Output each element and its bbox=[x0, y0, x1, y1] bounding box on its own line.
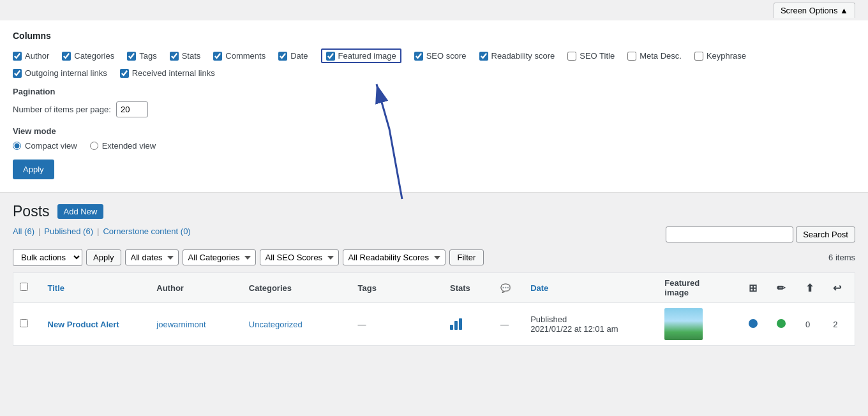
comment-icon: 💬 bbox=[500, 283, 511, 293]
date-status: Published bbox=[530, 315, 567, 324]
screen-options-button[interactable]: Screen Options ▲ bbox=[774, 3, 855, 18]
th-col4: ↩ bbox=[827, 273, 855, 303]
filter-published-link[interactable]: Published (6) bbox=[44, 227, 93, 236]
screen-options-panel: Columns Author Categories Tags Stats Com… bbox=[0, 20, 868, 193]
th-tags: Tags bbox=[352, 273, 444, 303]
seo-score-dot bbox=[749, 319, 758, 328]
col-categories-label: Categories bbox=[74, 51, 114, 61]
col-stats-label: Stats bbox=[182, 51, 201, 61]
stats-bar-3 bbox=[459, 318, 462, 330]
th-author: Author bbox=[150, 273, 243, 303]
col-stats-checkbox[interactable] bbox=[170, 52, 179, 61]
col-author-checkbox[interactable] bbox=[13, 52, 22, 61]
col-keyphrase-label: Keyphrase bbox=[707, 51, 746, 61]
col-categories-checkbox[interactable] bbox=[62, 52, 71, 61]
col-received-checkbox[interactable] bbox=[120, 69, 129, 78]
th-title[interactable]: Title bbox=[41, 273, 151, 303]
th-stats: Stats bbox=[444, 273, 494, 303]
compact-view-radio[interactable] bbox=[13, 142, 21, 150]
col-readability-checkbox[interactable] bbox=[479, 52, 488, 61]
col-received-label: Received internal links bbox=[132, 68, 215, 78]
col-comments-checkbox[interactable] bbox=[213, 52, 222, 61]
columns-row-2: Outgoing internal links Received interna… bbox=[13, 68, 855, 78]
row-count2-cell: 2 bbox=[827, 303, 855, 346]
select-all-checkbox[interactable] bbox=[20, 283, 28, 291]
filter-button[interactable]: Filter bbox=[449, 249, 484, 265]
th-date-link[interactable]: Date bbox=[530, 283, 548, 293]
col-featured-image-label: Featured image bbox=[338, 51, 396, 61]
posts-nav-row: All (6) | Published (6) | Cornerstone co… bbox=[13, 227, 855, 242]
date-filter-select[interactable]: All dates bbox=[125, 249, 179, 265]
posts-header: Posts Add New bbox=[13, 203, 855, 220]
seo-scores-filter-select[interactable]: All SEO Scores bbox=[260, 249, 339, 265]
col-keyphrase: Keyphrase bbox=[694, 51, 746, 61]
col-keyphrase-checkbox[interactable] bbox=[694, 52, 703, 61]
search-post-button[interactable]: Search Post bbox=[796, 227, 855, 242]
extended-view-label: Extended view bbox=[102, 141, 156, 151]
compact-view-label: Compact view bbox=[25, 141, 77, 151]
main-content: Posts Add New All (6) | Published (6) | … bbox=[0, 193, 868, 356]
col-tags-checkbox[interactable] bbox=[127, 52, 136, 61]
th-title-link[interactable]: Title bbox=[48, 283, 65, 293]
row-stats-cell bbox=[444, 303, 494, 346]
th-col1: ⊞ bbox=[742, 273, 771, 303]
col-seo-title-checkbox[interactable] bbox=[567, 52, 576, 61]
readability-filter-select[interactable]: All Readability Scores bbox=[343, 249, 445, 265]
col-seo-title: SEO Title bbox=[567, 51, 615, 61]
col-meta-desc-label: Meta Desc. bbox=[640, 51, 682, 61]
row-tags-cell: — bbox=[352, 303, 444, 346]
post-author-link[interactable]: joewarnimont bbox=[156, 320, 206, 329]
col-featured-image-checkbox[interactable] bbox=[326, 52, 335, 61]
category-filter-select[interactable]: All Categories bbox=[183, 249, 256, 265]
stats-bar-2 bbox=[454, 321, 458, 330]
bulk-apply-button[interactable]: Apply bbox=[86, 249, 121, 265]
add-new-button[interactable]: Add New bbox=[57, 204, 104, 219]
stats-bars bbox=[450, 317, 462, 330]
view-mode-section: View mode Compact view Extended view bbox=[13, 126, 855, 151]
col-date-label: Date bbox=[290, 51, 308, 61]
table-header-row: Title Author Categories Tags Stats 💬 Dat… bbox=[13, 273, 855, 303]
row-title-cell: New Product Alert bbox=[41, 303, 151, 346]
row-checkbox-cell bbox=[13, 303, 41, 346]
readability-score-dot bbox=[777, 319, 786, 328]
compact-view-option[interactable]: Compact view bbox=[13, 141, 77, 151]
col-date-checkbox[interactable] bbox=[278, 52, 287, 61]
col-stats: Stats bbox=[170, 51, 201, 61]
th-col3: ⬆ bbox=[799, 273, 827, 303]
row-comments-cell: — bbox=[494, 303, 524, 346]
items-per-page-label: Number of items per page: bbox=[13, 105, 111, 114]
row-checkbox[interactable] bbox=[20, 319, 28, 327]
post-category-link[interactable]: Uncategorized bbox=[249, 320, 303, 329]
col-seo-title-label: SEO Title bbox=[580, 51, 615, 61]
th-date[interactable]: Date bbox=[524, 273, 658, 303]
col-meta-desc: Meta Desc. bbox=[627, 51, 682, 61]
extended-view-option[interactable]: Extended view bbox=[90, 141, 156, 151]
screen-options-apply-button[interactable]: Apply bbox=[13, 160, 54, 179]
extended-view-radio[interactable] bbox=[90, 142, 98, 150]
search-input[interactable] bbox=[666, 227, 793, 242]
col-outgoing-label: Outgoing internal links bbox=[25, 68, 107, 78]
sep-2: | bbox=[97, 227, 99, 236]
stats-bar-1 bbox=[450, 325, 453, 330]
col-featured-image: Featured image bbox=[321, 48, 401, 63]
filter-cornerstone-link[interactable]: Cornerstone content (0) bbox=[103, 227, 190, 236]
col-outgoing-checkbox[interactable] bbox=[13, 69, 22, 78]
items-per-page-input[interactable] bbox=[116, 101, 148, 117]
col-meta-desc-checkbox[interactable] bbox=[627, 52, 636, 61]
posts-table-body: New Product Alert joewarnimont Uncategor… bbox=[13, 303, 855, 346]
col-date: Date bbox=[278, 51, 308, 61]
col-seo-score-checkbox[interactable] bbox=[414, 52, 423, 61]
row-author-cell: joewarnimont bbox=[150, 303, 243, 346]
filter-all-link[interactable]: All (6) bbox=[13, 227, 34, 236]
col-tags-label: Tags bbox=[139, 51, 156, 61]
table-nav: Bulk actions Apply All dates All Categor… bbox=[13, 249, 855, 266]
bulk-actions-select[interactable]: Bulk actions bbox=[13, 249, 82, 266]
col-readability-label: Readability score bbox=[491, 51, 555, 61]
columns-row-1: Author Categories Tags Stats Comments Da… bbox=[13, 48, 855, 63]
view-mode-heading: View mode bbox=[13, 126, 855, 136]
post-title-link[interactable]: New Product Alert bbox=[48, 320, 119, 329]
sep-1: | bbox=[38, 227, 40, 236]
col-tags: Tags bbox=[127, 51, 156, 61]
posts-filter-links: All (6) | Published (6) | Cornerstone co… bbox=[13, 227, 191, 236]
items-count: 6 items bbox=[828, 253, 855, 262]
